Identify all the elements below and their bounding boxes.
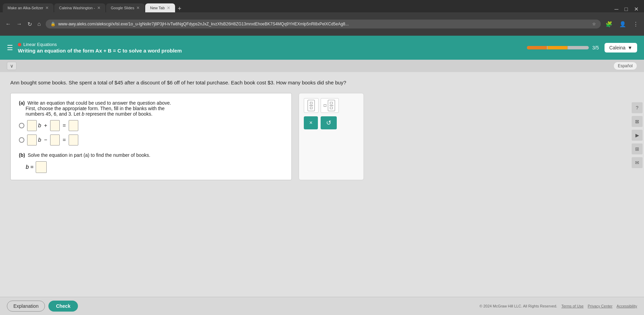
part-a-instruction: (a) Write an equation that could be used… [19, 100, 283, 117]
menu-button[interactable]: ⋮ [631, 20, 641, 29]
tab-label: Google Slides [111, 6, 135, 10]
math-action-row: × ↺ [304, 116, 359, 129]
problem-box: (a) Write an equation that could be used… [10, 93, 292, 180]
browser-chrome: ← → ↻ ⌂ 🔒 ☆ 🧩 👤 ⋮ [0, 12, 644, 36]
minimize-button[interactable]: ─ [612, 6, 621, 12]
tab-close-icon[interactable]: ✕ [136, 5, 140, 10]
mixed-fraction-icon: □ □ □ [324, 100, 336, 111]
radio-option2[interactable] [19, 137, 24, 143]
forward-button[interactable]: → [14, 20, 24, 28]
tabs-bar: Make an Alka-Seltzer ✕ Caleina Washingto… [0, 0, 644, 12]
math-symbols-row: □ □ □ □ □ [304, 98, 359, 113]
reload-button[interactable]: ↻ [25, 20, 34, 29]
accessibility-link[interactable]: Accessibility [617, 304, 637, 308]
radio-option1[interactable] [19, 123, 24, 128]
right-sidebar: ? ⊠ ▶ ⊞ ✉ [630, 100, 644, 171]
extensions-button[interactable]: 🧩 [603, 20, 614, 29]
topic-text: Linear Equations [23, 42, 57, 47]
back-button[interactable]: ← [3, 20, 13, 28]
fraction-icon: □ □ [308, 100, 315, 111]
problem-row: (a) Write an equation that could be used… [10, 93, 634, 180]
mixed-frac-icon: □ □ [328, 100, 335, 111]
aleks-header: ☰ Linear Equations Writing an equation o… [0, 36, 644, 60]
mixed-fraction-button[interactable]: □ □ □ [321, 98, 339, 113]
bottom-bar: Explanation Check © 2024 McGraw Hill LLC… [0, 297, 644, 315]
part-b-equation: b = [26, 161, 283, 173]
expand-button[interactable]: ∨ [7, 62, 16, 70]
option1-row[interactable]: b + = [19, 120, 283, 131]
red-dot-icon [18, 43, 21, 46]
undo-button[interactable]: ↺ [321, 116, 337, 129]
espanol-button[interactable]: Español [613, 62, 637, 70]
url-input[interactable] [58, 22, 589, 26]
user-label: Caleina [609, 45, 625, 50]
grid-icon[interactable]: ⊠ [632, 116, 643, 127]
word-problem-text: Ann bought some books. She spent a total… [10, 79, 634, 87]
explanation-button[interactable]: Explanation [7, 301, 45, 312]
tab-label: New Tab [150, 6, 165, 10]
close-button[interactable]: ✕ [631, 6, 641, 12]
option2-row[interactable]: b − = [19, 135, 283, 145]
bottom-right: © 2024 McGraw Hill LLC. All Rights Reser… [480, 304, 637, 308]
home-button[interactable]: ⌂ [35, 20, 43, 28]
option1-add-input[interactable] [50, 120, 60, 131]
part-b-instruction: (b) Solve the equation in part (a) to fi… [19, 152, 283, 158]
topic-label: Linear Equations [18, 42, 182, 47]
main-content: ☰ Linear Equations Writing an equation o… [0, 36, 644, 315]
mail-icon[interactable]: ✉ [632, 157, 643, 168]
progress-container: 3/5 [527, 45, 599, 50]
option1-coeff-input[interactable] [27, 120, 37, 131]
header-left: ☰ Linear Equations Writing an equation o… [7, 42, 182, 54]
tab-close-icon[interactable]: ✕ [97, 5, 101, 10]
restore-button[interactable]: □ [622, 6, 631, 12]
play-icon[interactable]: ▶ [632, 130, 643, 141]
privacy-link[interactable]: Privacy Center [588, 304, 612, 308]
check-button[interactable]: Check [48, 301, 78, 312]
terms-link[interactable]: Terms of Use [561, 304, 584, 308]
star-icon[interactable]: ☆ [592, 22, 596, 26]
copyright-text: © 2024 McGraw Hill LLC. All Rights Reser… [480, 304, 557, 308]
clear-button[interactable]: × [304, 116, 318, 129]
progress-text: 3/5 [592, 45, 599, 50]
question-area: Ann bought some books. She spent a total… [0, 72, 644, 297]
header-title-block: Linear Equations Writing an equation of … [18, 42, 182, 54]
option1-result-input[interactable] [69, 120, 78, 131]
hamburger-menu[interactable]: ☰ [7, 44, 13, 52]
help-icon[interactable]: ? [632, 102, 643, 113]
lock-icon: 🔒 [50, 22, 56, 26]
fraction-button[interactable]: □ □ [304, 98, 319, 113]
tab-caleina[interactable]: Caleina Washington - ✕ [54, 3, 105, 12]
nav-buttons: ← → ↻ ⌂ [3, 20, 43, 29]
chevron-down-icon: ▼ [628, 45, 632, 50]
tab-close-icon[interactable]: ✕ [167, 5, 170, 10]
header-right: 3/5 Caleina ▼ [527, 43, 637, 52]
subtopic-label: Writing an equation of the form Ax + B =… [18, 48, 182, 54]
option2-coeff-input[interactable] [27, 135, 37, 145]
table-icon[interactable]: ⊞ [632, 143, 643, 154]
b-var-label: b = [26, 164, 34, 170]
profile-button[interactable]: 👤 [617, 20, 628, 29]
math-input-panel: □ □ □ □ □ [299, 93, 364, 180]
bottom-left: Explanation Check [7, 301, 78, 312]
user-button[interactable]: Caleina ▼ [605, 43, 637, 52]
option2-result-input[interactable] [69, 135, 78, 145]
sub-header: ∨ Español [0, 60, 644, 72]
progress-bar [527, 46, 589, 49]
option1-equation: b + = [27, 120, 78, 131]
tab-alka-seltzer[interactable]: Make an Alka-Seltzer ✕ [3, 3, 54, 12]
option2-equation: b − = [27, 135, 78, 145]
b-answer-input[interactable] [36, 161, 47, 173]
address-bar[interactable]: 🔒 ☆ [46, 20, 601, 28]
tab-label: Caleina Washington - [59, 6, 95, 10]
new-tab-button[interactable]: + [178, 5, 182, 12]
option2-sub-input[interactable] [50, 135, 60, 145]
tab-new-tab[interactable]: New Tab ✕ [145, 3, 175, 12]
tab-google-slides[interactable]: Google Slides ✕ [106, 3, 145, 12]
tab-close-icon[interactable]: ✕ [45, 5, 49, 10]
tab-label: Make an Alka-Seltzer [8, 6, 43, 10]
